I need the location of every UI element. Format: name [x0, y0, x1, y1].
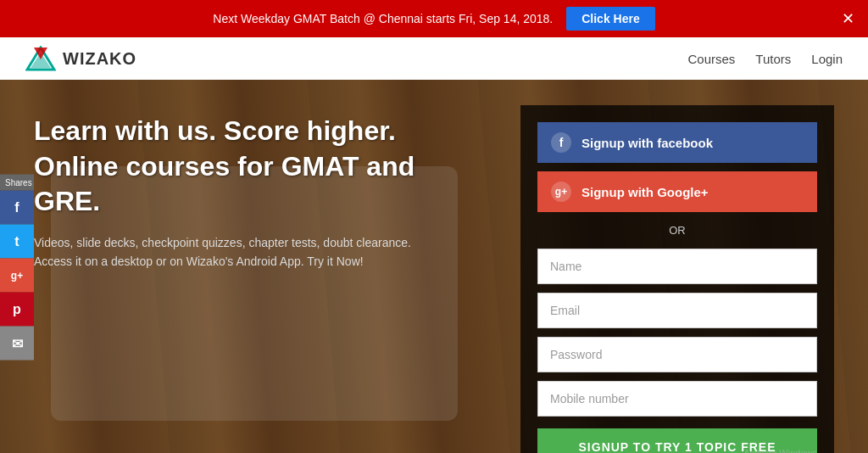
banner-close-button[interactable]: ✕ [842, 9, 854, 28]
banner-cta-button[interactable]: Click Here [566, 7, 654, 31]
hero-content: Learn with us. Score higher. Online cour… [34, 105, 475, 271]
share-facebook-button[interactable]: f [0, 191, 34, 225]
mobile-input[interactable] [537, 381, 817, 417]
description-line1: Videos, slide decks, checkpoint quizzes,… [34, 236, 411, 249]
hero-description: Videos, slide decks, checkpoint quizzes,… [34, 233, 475, 271]
signup-facebook-button[interactable]: f Signup with facebook [537, 122, 817, 163]
share-googleplus-button[interactable]: g+ [0, 259, 34, 293]
or-divider: OR [537, 221, 817, 240]
logo-icon [25, 46, 56, 71]
share-pinterest-button[interactable]: p [0, 293, 34, 327]
activate-windows: Activate WindowsGo to Settings to activa… [670, 445, 817, 453]
hero-section: Shares f t g+ p ✉ Learn with us. Score h… [0, 80, 868, 453]
nav-tutors[interactable]: Tutors [755, 52, 791, 66]
logo-text: WIZAKO [63, 49, 136, 69]
nav-login[interactable]: Login [811, 52, 843, 66]
password-input[interactable] [537, 337, 817, 372]
facebook-icon: f [551, 132, 571, 153]
signup-google-label: Signup with Google+ [581, 185, 709, 199]
share-twitter-button[interactable]: t [0, 225, 34, 259]
headline-line1: Learn with us. Score higher. [34, 115, 396, 146]
signup-google-button[interactable]: g+ Signup with Google+ [537, 171, 817, 212]
email-input[interactable] [537, 293, 817, 328]
social-sidebar: Shares f t g+ p ✉ [0, 175, 34, 361]
google-icon: g+ [551, 182, 571, 202]
signup-facebook-label: Signup with facebook [581, 136, 713, 150]
nav-courses[interactable]: Courses [687, 52, 735, 66]
share-email-button[interactable]: ✉ [0, 327, 34, 361]
shares-label: Shares [0, 175, 34, 191]
headline-line2: Online courses for GMAT and GRE. [34, 151, 415, 217]
navbar: WIZAKO Courses Tutors Login [0, 37, 868, 80]
nav-links: Courses Tutors Login [687, 52, 843, 66]
logo: WIZAKO [25, 46, 136, 71]
or-text: OR [669, 224, 686, 237]
hero-headline: Learn with us. Score higher. Online cour… [34, 114, 475, 220]
description-line2: Access it on a desktop or on Wizako's An… [34, 254, 364, 268]
signup-panel: f Signup with facebook g+ Signup with Go… [520, 105, 834, 453]
name-input[interactable] [537, 249, 817, 284]
banner-message: Next Weekday GMAT Batch @ Chennai starts… [213, 12, 553, 25]
top-banner: Next Weekday GMAT Batch @ Chennai starts… [0, 0, 868, 37]
